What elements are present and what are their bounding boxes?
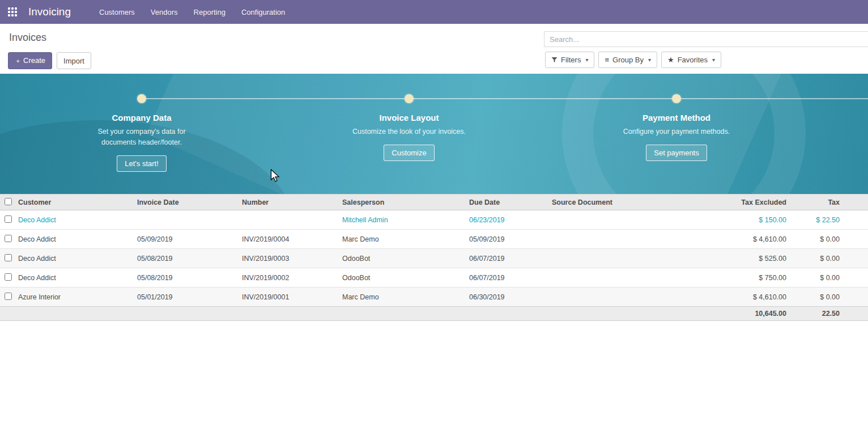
cell-customer[interactable]: Deco Addict [16,230,135,249]
cell-salesperson[interactable]: Marc Demo [340,230,467,249]
table-row[interactable]: Deco Addict 05/08/2019 INV/2019/0003 Odo… [0,249,868,268]
cell-due-date[interactable]: 06/07/2019 [467,249,550,268]
customize-button[interactable]: Customize [384,145,434,161]
row-checkbox[interactable] [5,215,12,223]
cell-number[interactable]: INV/2019/0004 [240,230,340,249]
cell-due-date[interactable]: 06/07/2019 [467,268,550,288]
onboarding-step-invoice-layout: Invoice Layout Customize the look of you… [275,94,543,161]
cell-number[interactable] [240,210,340,230]
cell-tax[interactable]: $ 0.00 [789,230,868,249]
cell-customer[interactable]: Azure Interior [16,288,135,307]
cell-customer[interactable]: Deco Addict [16,210,135,230]
column-header-invoice-date[interactable]: Invoice Date [135,195,240,210]
favorites-button[interactable]: ★ Favorites ▾ [661,52,721,68]
cell-number[interactable]: INV/2019/0001 [240,288,340,307]
app-title[interactable]: Invoicing [28,6,71,18]
cell-tax[interactable]: $ 0.00 [789,249,868,268]
column-header-source-document[interactable]: Source Document [550,195,692,210]
cell-tax-excluded[interactable]: $ 750.00 [692,268,789,288]
cell-invoice-date[interactable]: 05/09/2019 [135,230,240,249]
cell-tax-excluded[interactable]: $ 4,610.00 [692,288,789,307]
cell-customer[interactable]: Deco Addict [16,268,135,288]
import-button[interactable]: Import [57,52,91,69]
caret-down-icon: ▾ [585,57,588,63]
table-totals-row: 10,645.00 22.50 [0,307,868,321]
cell-salesperson[interactable]: OdooBot [340,268,467,288]
row-checkbox[interactable] [5,235,12,242]
select-all-checkbox[interactable] [5,198,12,205]
cell-salesperson[interactable]: Marc Demo [340,288,467,307]
nav-item-configuration[interactable]: Configuration [233,0,293,24]
cell-tax[interactable]: $ 0.00 [789,268,868,288]
row-checkbox[interactable] [5,293,12,300]
total-tax: 22.50 [789,307,868,321]
table-row[interactable]: Deco Addict Mitchell Admin 06/23/2019 $ … [0,210,868,230]
cell-customer[interactable]: Deco Addict [16,249,135,268]
cell-source-document[interactable] [550,210,692,230]
page-title: Invoices [9,32,46,44]
row-checkbox[interactable] [5,273,12,281]
cell-source-document[interactable] [550,230,692,249]
table-row[interactable]: Deco Addict 05/08/2019 INV/2019/0002 Odo… [0,268,868,288]
step-description: Set your company's data for documents he… [84,126,200,148]
lets-start-button[interactable]: Let's start! [117,155,167,172]
step-title: Payment Method [543,113,810,122]
star-icon: ★ [667,56,674,64]
cell-due-date[interactable]: 05/09/2019 [467,230,550,249]
nav-item-reporting[interactable]: Reporting [186,0,233,24]
column-header-number[interactable]: Number [240,195,340,210]
column-header-customer[interactable]: Customer [16,195,135,210]
group-by-button[interactable]: ≡ Group By ▾ [598,52,657,68]
cell-invoice-date[interactable]: 05/08/2019 [135,268,240,288]
nav-item-customers[interactable]: Customers [91,0,143,24]
onboarding-banner: Company Data Set your company's data for… [0,74,868,194]
plus-icon: ＋ [15,57,21,64]
filters-button[interactable]: Filters ▾ [545,52,594,68]
cell-tax-excluded[interactable]: $ 150.00 [692,210,789,230]
search-input[interactable] [544,31,868,47]
step-dot-icon [672,94,681,103]
cell-number[interactable]: INV/2019/0002 [240,268,340,288]
filter-icon [551,57,558,63]
cell-tax-excluded[interactable]: $ 4,610.00 [692,230,789,249]
search-box [544,31,868,47]
step-dot-icon [137,94,146,103]
cell-salesperson[interactable]: Mitchell Admin [340,210,467,230]
cell-tax-excluded[interactable]: $ 525.00 [692,249,789,268]
nav-menu: Customers Vendors Reporting Configuratio… [91,0,293,24]
cell-invoice-date[interactable]: 05/01/2019 [135,288,240,307]
table-row[interactable]: Deco Addict 05/09/2019 INV/2019/0004 Mar… [0,230,868,249]
cell-source-document[interactable] [550,249,692,268]
column-header-tax[interactable]: Tax [789,195,868,210]
cell-tax[interactable]: $ 22.50 [789,210,868,230]
column-header-salesperson[interactable]: Salesperson [340,195,467,210]
cell-number[interactable]: INV/2019/0003 [240,249,340,268]
action-buttons: ＋Create Import [8,52,91,69]
invoices-table: Customer Invoice Date Number Salesperson… [0,194,868,321]
nav-item-vendors[interactable]: Vendors [143,0,186,24]
column-header-tax-excluded[interactable]: Tax Excluded [692,195,789,210]
set-payments-button[interactable]: Set payments [646,145,707,161]
cell-due-date[interactable]: 06/23/2019 [467,210,550,230]
top-navbar: Invoicing Customers Vendors Reporting Co… [0,0,868,24]
apps-grid-icon[interactable] [8,7,17,16]
table-header-row: Customer Invoice Date Number Salesperson… [0,195,868,210]
cell-due-date[interactable]: 06/30/2019 [467,288,550,307]
column-header-due-date[interactable]: Due Date [467,195,550,210]
create-button[interactable]: ＋Create [8,52,52,69]
cell-invoice-date[interactable] [135,210,240,230]
cell-invoice-date[interactable]: 05/08/2019 [135,249,240,268]
cell-tax[interactable]: $ 0.00 [789,288,868,307]
cell-salesperson[interactable]: OdooBot [340,249,467,268]
caret-down-icon: ▾ [712,57,715,63]
total-tax-excluded: 10,645.00 [692,307,789,321]
step-title: Invoice Layout [275,113,543,122]
onboarding-step-payment-method: Payment Method Configure your payment me… [543,94,810,161]
caret-down-icon: ▾ [648,57,651,63]
cell-source-document[interactable] [550,268,692,288]
group-by-icon: ≡ [605,56,609,64]
step-dot-icon [405,94,414,103]
row-checkbox[interactable] [5,254,12,261]
table-row[interactable]: Azure Interior 05/01/2019 INV/2019/0001 … [0,288,868,307]
cell-source-document[interactable] [550,288,692,307]
